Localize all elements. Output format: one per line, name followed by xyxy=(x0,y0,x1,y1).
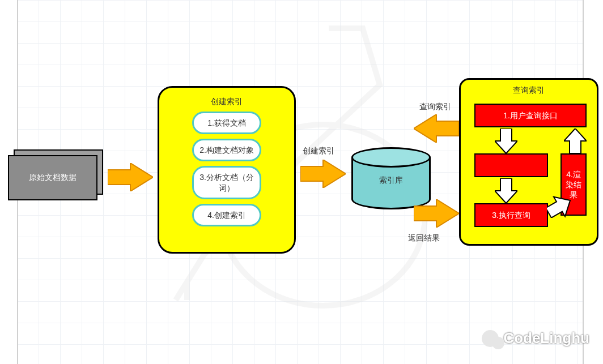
query-step-2 xyxy=(474,153,548,177)
source-doc-stack-front: 原始文档数据 xyxy=(8,155,97,200)
query-index-title: 查询索引 xyxy=(461,85,597,96)
wechat-icon xyxy=(482,330,499,347)
arrow-step3-to-step4 xyxy=(547,195,572,220)
arrow-step4-to-step1 xyxy=(564,129,587,155)
svg-marker-2 xyxy=(300,160,346,188)
watermark-label: CodeLinghu xyxy=(503,329,589,347)
query-step-3: 3.执行查询 xyxy=(474,203,548,227)
svg-marker-7 xyxy=(547,195,572,218)
arrow-step1-to-step2 xyxy=(495,129,517,155)
arrow-step2-to-step3 xyxy=(495,178,517,205)
query-step-3-label: 3.执行查询 xyxy=(492,210,530,220)
create-index-box: 创建索引 1.获得文档 2.构建文档对象 3.分析文档（分词） 4.创建索引 xyxy=(158,86,296,254)
arrow-query-to-store xyxy=(414,114,459,143)
source-doc-label: 原始文档数据 xyxy=(29,173,77,183)
svg-marker-1 xyxy=(108,163,153,191)
create-index-title: 创建索引 xyxy=(159,97,294,107)
query-step-1-label: 1.用户查询接口 xyxy=(503,110,558,121)
query-step-1: 1.用户查询接口 xyxy=(474,104,587,127)
svg-marker-5 xyxy=(495,129,517,153)
create-step-4: 4.创建索引 xyxy=(192,204,261,226)
create-step-2: 2.构建文档对象 xyxy=(192,139,261,161)
svg-marker-4 xyxy=(414,199,459,228)
label-query-index: 查询索引 xyxy=(419,102,451,112)
svg-marker-6 xyxy=(495,178,517,203)
svg-marker-8 xyxy=(564,129,587,153)
arrow-create-to-store xyxy=(300,160,346,188)
watermark: CodeLinghu xyxy=(482,329,589,347)
label-return-result: 返回结果 xyxy=(408,233,440,243)
svg-marker-3 xyxy=(414,114,459,143)
query-index-box: 查询索引 1.用户查询接口 3.执行查询 4.渲染结果 xyxy=(459,78,598,246)
arrow-source-to-create xyxy=(108,163,153,191)
label-create-index: 创建索引 xyxy=(303,146,334,156)
create-step-3: 3.分析文档（分词） xyxy=(192,166,261,199)
index-store-label: 索引库 xyxy=(351,175,431,186)
create-step-1: 1.获得文档 xyxy=(192,112,261,134)
arrow-store-to-query xyxy=(414,199,459,228)
